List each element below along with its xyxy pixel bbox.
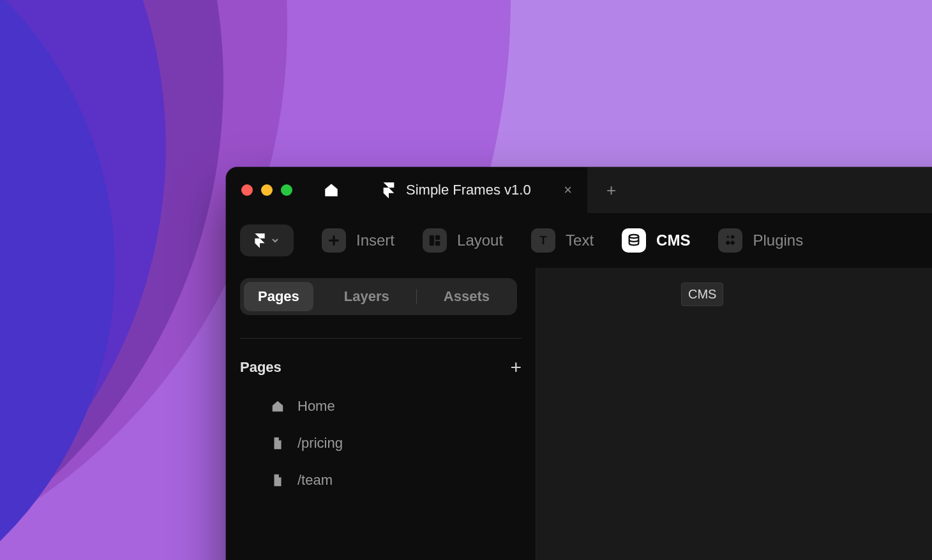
canvas[interactable] (536, 268, 932, 560)
cms-tooltip: CMS (681, 283, 723, 306)
insert-label: Insert (356, 232, 395, 249)
window-close-button[interactable] (241, 184, 253, 196)
window-maximize-button[interactable] (281, 184, 292, 196)
framer-icon (382, 182, 396, 198)
pages-header-label: Pages (240, 359, 282, 376)
layout-tool-button[interactable]: Layout (423, 228, 503, 253)
layout-label: Layout (457, 232, 503, 249)
chevron-down-icon (270, 235, 280, 246)
svg-rect-7 (730, 240, 735, 246)
svg-point-5 (731, 235, 735, 239)
window-controls-area (226, 167, 366, 213)
window-minimize-button[interactable] (261, 184, 273, 196)
plus-icon (327, 233, 341, 247)
left-panel: Pages Layers Assets Pages + Home /pricin… (226, 268, 536, 560)
home-icon (271, 399, 285, 413)
main-toolbar: Insert Layout T Text (226, 213, 932, 268)
page-row-home[interactable]: Home (240, 390, 522, 423)
page-label: /team (297, 472, 333, 489)
page-label: Home (297, 398, 335, 415)
home-tab[interactable] (312, 167, 351, 213)
svg-rect-0 (430, 235, 434, 246)
tab-pages[interactable]: Pages (244, 282, 313, 311)
svg-rect-1 (435, 235, 440, 240)
traffic-lights (241, 184, 292, 196)
svg-rect-2 (435, 241, 440, 246)
plugins-label: Plugins (753, 232, 803, 249)
svg-point-3 (629, 235, 639, 239)
plugins-icon (723, 233, 737, 247)
database-icon (627, 233, 641, 247)
tab-title: Simple Frames v1.0 (406, 182, 531, 198)
titlebar: Simple Frames v1.0 × + (226, 167, 932, 213)
page-row-team[interactable]: /team (240, 464, 522, 497)
cms-label: CMS (656, 232, 690, 249)
tab-close-button[interactable]: × (564, 183, 572, 197)
tab-separator (416, 289, 417, 304)
app-menu-button[interactable] (240, 225, 294, 256)
text-label: Text (566, 232, 594, 249)
layout-icon (428, 233, 442, 247)
text-tool-button[interactable]: T Text (531, 228, 594, 253)
panel-tabs: Pages Layers Assets (240, 278, 517, 315)
project-tab[interactable]: Simple Frames v1.0 × (366, 167, 587, 213)
tab-layers[interactable]: Layers (330, 282, 403, 311)
pages-list: Home /pricing /team (240, 390, 522, 497)
text-icon: T (540, 234, 547, 247)
plugins-tool-button[interactable]: Plugins (718, 228, 803, 253)
page-row-pricing[interactable]: /pricing (240, 427, 522, 460)
app-window: Simple Frames v1.0 × + Insert (226, 167, 932, 560)
tab-bar: + (587, 167, 932, 213)
cms-tool-button[interactable]: CMS (622, 228, 690, 253)
pages-section-header: Pages + (240, 358, 522, 377)
file-icon (271, 436, 285, 450)
framer-logo-icon (253, 233, 266, 248)
svg-marker-4 (726, 235, 730, 238)
add-page-button[interactable]: + (510, 358, 522, 377)
tab-assets[interactable]: Assets (430, 282, 504, 311)
svg-rect-6 (726, 240, 731, 246)
new-tab-button[interactable]: + (606, 182, 616, 198)
page-label: /pricing (297, 435, 343, 452)
file-icon (271, 473, 285, 487)
panel-divider (240, 338, 522, 339)
home-icon (323, 182, 340, 198)
insert-tool-button[interactable]: Insert (322, 228, 395, 253)
